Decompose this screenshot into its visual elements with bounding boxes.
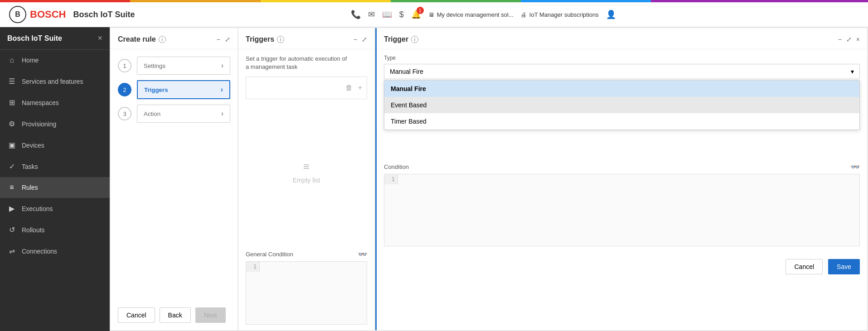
empty-list-label: Empty list [293,177,320,184]
dropdown-item-manual[interactable]: Manual Fire [384,81,859,97]
sidebar-item-devices[interactable]: ▣ Devices [0,134,110,156]
sidebar-item-connections[interactable]: ⇌ Connections [0,240,110,262]
header-center: 📞 ✉ 📖 $ 🔔 1 🖥 My device management sol..… [351,10,616,19]
sidebar-title: Bosch IoT Suite [7,34,62,43]
content-area: Create rule i − ⤢ 1 Settings › [110,27,868,331]
step-triggers-button[interactable]: Triggers › [137,80,230,99]
wizard-step-1: 1 Settings › [118,57,230,75]
main-layout: Bosch IoT Suite × ⌂ Home ☰ Services and … [0,27,868,331]
tasks-icon: ✓ [7,162,16,171]
delete-trigger-icon[interactable]: 🗑 [345,84,353,92]
notification-bell[interactable]: 🔔 1 [411,10,421,19]
sidebar-item-tasks[interactable]: ✓ Tasks [0,156,110,177]
minimize-icon[interactable]: − [354,36,357,43]
header: B BOSCH Bosch IoT Suite 📞 ✉ 📖 $ 🔔 1 🖥 My… [0,2,868,27]
general-condition-label: General Condition [246,251,293,258]
dropdown-chevron-icon: ▾ [851,68,854,75]
wizard-actions: Cancel Back Next [111,300,238,330]
type-label: Type [384,55,860,61]
sidebar-item-provisioning[interactable]: ⚙ Provisioning [0,113,110,134]
sidebar-item-namespaces[interactable]: ⊞ Namespaces [0,92,110,113]
sidebar-item-label: Home [22,57,39,64]
general-condition-editor[interactable]: 1 [246,261,367,325]
condition-editor[interactable]: 1 [384,174,860,246]
triggers-panel-controls: − ⤢ [354,36,367,43]
condition-section-header: Condition 👓 [384,163,860,171]
trigger-panel-controls: − ⤢ × [838,36,860,43]
step-arrow-icon: › [221,110,223,118]
executions-icon: ▶ [7,204,16,213]
sidebar-item-label: Rules [22,184,38,191]
code-line-1: 1 [384,174,859,184]
back-button[interactable]: Back [160,307,191,323]
sidebar-close-button[interactable]: × [97,34,102,43]
code-line-1: 1 [246,262,367,272]
namespaces-icon: ⊞ [7,98,16,107]
device-mgmt-icon: 🖥 [428,11,434,18]
notification-count: 1 [417,7,424,14]
line-number: 1 [246,262,260,272]
dropdown-item-event[interactable]: Event Based [384,97,859,113]
services-icon: ☰ [7,77,16,86]
minimize-icon[interactable]: − [838,36,842,43]
iot-mgmt-link[interactable]: 🖨 IoT Manager subscriptions [521,11,599,18]
empty-list-area: ≡ Empty list [238,99,374,245]
type-dropdown[interactable]: Manual Fire ▾ [384,64,860,79]
create-rule-info-icon[interactable]: i [159,36,166,43]
expand-icon[interactable]: ⤢ [225,36,230,43]
glasses-icon[interactable]: 👓 [851,163,860,171]
sidebar-item-services[interactable]: ☰ Services and features [0,71,110,92]
device-mgmt-link[interactable]: 🖥 My device management sol... [428,11,514,18]
triggers-panel: Triggers i − ⤢ Set a trigger for automat… [238,28,374,330]
step-settings-button[interactable]: Settings › [137,57,230,75]
expand-icon[interactable]: ⤢ [846,36,852,43]
step-action-button[interactable]: Action › [137,105,230,123]
next-button[interactable]: Next [195,307,226,323]
empty-list-icon: ≡ [303,160,310,173]
step-number-3: 3 [118,107,131,120]
app-title: Bosch IoT Suite [73,10,135,19]
sidebar-item-label: Provisioning [22,120,56,128]
mail-icon[interactable]: ✉ [368,10,375,19]
rules-icon: ≡ [7,183,16,192]
user-icon[interactable]: 👤 [606,10,616,19]
selected-type-label: Manual Fire [390,68,423,75]
minimize-icon[interactable]: − [217,36,220,43]
condition-section: Condition 👓 1 [377,157,867,252]
triggers-info-icon[interactable]: i [277,36,284,43]
trigger-panel-header: Trigger i − ⤢ × [377,28,867,49]
home-icon: ⌂ [7,56,16,64]
wizard-step-2: 2 Triggers › [118,80,230,99]
sidebar-item-label: Devices [22,142,44,149]
trigger-save-button[interactable]: Save [828,259,860,274]
connections-icon: ⇌ [7,247,16,255]
line-content [398,174,859,184]
cancel-button[interactable]: Cancel [118,307,155,323]
phone-icon[interactable]: 📞 [351,10,361,19]
trigger-panel: Trigger i − ⤢ × Type Manual Fire ▾ [375,28,867,330]
sidebar-item-rules[interactable]: ≡ Rules [0,177,110,198]
create-rule-panel-controls: − ⤢ [217,36,230,43]
step-number-1: 1 [118,59,131,72]
book-icon[interactable]: 📖 [382,10,392,19]
sidebar-item-home[interactable]: ⌂ Home [0,50,110,71]
line-content [260,262,367,272]
provisioning-icon: ⚙ [7,120,16,128]
glasses-icon[interactable]: 👓 [358,250,367,259]
line-number: 1 [384,174,398,184]
triggers-subtitle: Set a trigger for automatic execution of… [238,49,374,77]
dollar-icon[interactable]: $ [399,10,404,19]
expand-icon[interactable]: ⤢ [362,36,367,43]
triggers-list-area: 🗑 + [246,77,367,99]
create-rule-panel-header: Create rule i − ⤢ [111,28,238,49]
trigger-cancel-button[interactable]: Cancel [786,259,823,274]
close-icon[interactable]: × [856,36,860,43]
add-trigger-icon[interactable]: + [358,84,362,92]
sidebar-item-label: Tasks [22,163,38,170]
trigger-info-icon[interactable]: i [411,36,418,43]
sidebar-item-executions[interactable]: ▶ Executions [0,198,110,219]
condition-header: General Condition 👓 [246,250,367,259]
sidebar-item-label: Rollouts [22,226,45,234]
sidebar-item-rollouts[interactable]: ↺ Rollouts [0,219,110,240]
dropdown-item-timer[interactable]: Timer Based [384,113,859,130]
